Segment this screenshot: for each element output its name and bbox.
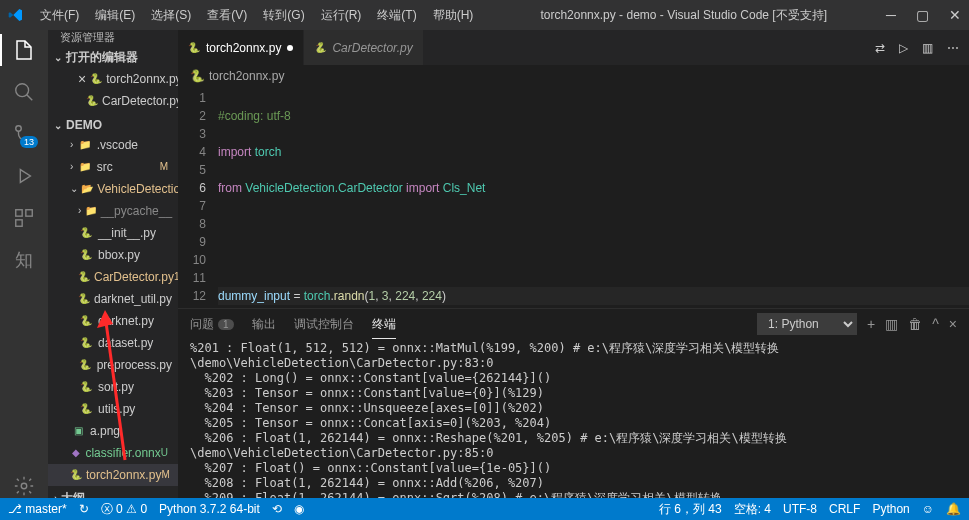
new-terminal-icon[interactable]: + <box>867 316 875 332</box>
status-encoding[interactable]: UTF-8 <box>783 502 817 516</box>
file-preprocess[interactable]: 🐍preprocess.py <box>48 354 178 376</box>
status-problems[interactable]: ⓧ 0 ⚠ 0 <box>101 501 147 518</box>
editor-area: 🐍 torch2onnx.py 🐍 CarDetector.py ⇄ ▷ ▥ ⋯… <box>178 30 969 498</box>
menu-edit[interactable]: 编辑(E) <box>87 0 143 30</box>
compare-icon[interactable]: ⇄ <box>875 41 885 55</box>
split-terminal-icon[interactable]: ▥ <box>885 316 898 332</box>
status-bell-icon[interactable]: 🔔 <box>946 502 961 516</box>
close-panel-icon[interactable]: × <box>949 316 957 332</box>
python-file-icon: 🐍 <box>190 69 205 83</box>
python-file-icon: 🐍 <box>314 42 326 53</box>
file-classifier-onnx[interactable]: ◆classifier.onnxU <box>48 442 178 464</box>
folder-src[interactable]: › 📁srcM <box>48 156 178 178</box>
open-editor-cardetector[interactable]: 🐍 CarDetector.py Vehicl... 1, M <box>48 90 178 112</box>
file-cardetector[interactable]: 🐍CarDetector.py1, M <box>48 266 178 288</box>
svg-point-0 <box>16 84 29 97</box>
file-apng[interactable]: ▣a.png <box>48 420 178 442</box>
file-init[interactable]: 🐍__init__.py <box>48 222 178 244</box>
python-file-icon: 🐍 <box>78 333 94 353</box>
folder-pycache[interactable]: › 📁__pycache__ <box>48 200 178 222</box>
status-eol[interactable]: CRLF <box>829 502 860 516</box>
menu-file[interactable]: 文件(F) <box>32 0 87 30</box>
menu-goto[interactable]: 转到(G) <box>255 0 312 30</box>
split-editor-icon[interactable]: ▥ <box>922 41 933 55</box>
file-sort[interactable]: 🐍sort.py <box>48 376 178 398</box>
line-gutter: 123456789101112131415 <box>178 87 218 308</box>
activity-search-icon[interactable] <box>12 80 36 104</box>
svg-rect-4 <box>26 210 32 216</box>
open-editor-torch2onnx[interactable]: × 🐍 torch2onnx.py M <box>48 68 178 90</box>
maximize-button[interactable]: ▢ <box>916 7 929 23</box>
status-lang[interactable]: Python <box>872 502 909 516</box>
minimize-button[interactable]: ─ <box>886 7 896 23</box>
more-icon[interactable]: ⋯ <box>947 41 959 55</box>
code-editor[interactable]: 123456789101112131415 #coding: utf-8 imp… <box>178 87 969 308</box>
status-share[interactable]: ⟲ <box>272 502 282 516</box>
file-utils[interactable]: 🐍utils.py <box>48 398 178 420</box>
folder-icon: 📁 <box>85 201 97 221</box>
outline-section[interactable]: ›大纲 <box>48 488 178 498</box>
code-content[interactable]: #coding: utf-8 import torch from Vehicle… <box>218 87 969 308</box>
python-file-icon: 🐍 <box>78 377 94 397</box>
activity-settings-icon[interactable] <box>12 474 36 498</box>
python-file-icon: 🐍 <box>78 245 94 265</box>
status-sync[interactable]: ↻ <box>79 502 89 516</box>
tab-cardetector[interactable]: 🐍 CarDetector.py <box>304 30 423 65</box>
file-darknet-util[interactable]: 🐍darknet_util.py <box>48 288 178 310</box>
title-bar: 文件(F) 编辑(E) 选择(S) 查看(V) 转到(G) 运行(R) 终端(T… <box>0 0 969 30</box>
activity-explorer-icon[interactable] <box>12 38 36 62</box>
breadcrumb[interactable]: 🐍 torch2onnx.py <box>178 65 969 87</box>
menu-select[interactable]: 选择(S) <box>143 0 199 30</box>
status-branch[interactable]: ⎇ master* <box>8 502 67 516</box>
panel-tab-debug[interactable]: 调试控制台 <box>294 316 354 333</box>
python-file-icon: 🐍 <box>78 311 94 331</box>
file-dataset[interactable]: 🐍dataset.py <box>48 332 178 354</box>
file-darknet[interactable]: 🐍darknet.py <box>48 310 178 332</box>
tab-torch2onnx[interactable]: 🐍 torch2onnx.py <box>178 30 304 65</box>
file-bbox[interactable]: 🐍bbox.py <box>48 244 178 266</box>
panel-tab-terminal[interactable]: 终端 <box>372 316 396 333</box>
menu-help[interactable]: 帮助(H) <box>425 0 482 30</box>
status-python[interactable]: Python 3.7.2 64-bit <box>159 502 260 516</box>
dirty-dot-icon <box>287 45 293 51</box>
activity-zhi-icon[interactable]: 知 <box>12 248 36 272</box>
status-feedback-icon[interactable]: ☺ <box>922 502 934 516</box>
panel-tab-problems[interactable]: 问题1 <box>190 316 234 333</box>
file-torch2onnx[interactable]: 🐍torch2onnx.pyM <box>48 464 178 486</box>
terminal-output[interactable]: %201 : Float(1, 512, 512) = onnx::MatMul… <box>178 339 969 498</box>
scm-badge: 13 <box>20 136 38 148</box>
folder-icon: 📁 <box>77 135 93 155</box>
kill-terminal-icon[interactable]: 🗑 <box>908 316 922 332</box>
chevron-down-icon: ⌄ <box>54 52 62 63</box>
status-spaces[interactable]: 空格: 4 <box>734 501 771 518</box>
close-button[interactable]: ✕ <box>949 7 961 23</box>
window-title: torch2onnx.py - demo - Visual Studio Cod… <box>481 7 886 24</box>
activity-extensions-icon[interactable] <box>12 206 36 230</box>
terminal-selector[interactable]: 1: Python <box>757 313 857 335</box>
close-icon[interactable]: × <box>78 69 86 89</box>
open-editors-section[interactable]: ⌄ 打开的编辑器 <box>48 47 178 68</box>
python-file-icon: 🐍 <box>78 399 94 419</box>
menu-bar: 文件(F) 编辑(E) 选择(S) 查看(V) 转到(G) 运行(R) 终端(T… <box>32 0 481 30</box>
run-icon[interactable]: ▷ <box>899 41 908 55</box>
python-file-icon: 🐍 <box>90 69 102 89</box>
folder-vscode[interactable]: › 📁.vscode <box>48 134 178 156</box>
activity-scm-icon[interactable]: 13 <box>12 122 36 146</box>
python-file-icon: 🐍 <box>70 465 82 485</box>
menu-run[interactable]: 运行(R) <box>313 0 370 30</box>
menu-terminal[interactable]: 终端(T) <box>369 0 424 30</box>
activity-bar: 13 知 <box>0 30 48 498</box>
chevron-down-icon: ⌄ <box>54 120 62 131</box>
sidebar-title: 资源管理器 <box>48 30 178 45</box>
editor-tabs: 🐍 torch2onnx.py 🐍 CarDetector.py ⇄ ▷ ▥ ⋯ <box>178 30 969 65</box>
status-ln-col[interactable]: 行 6，列 43 <box>659 501 722 518</box>
folder-vehicledetection[interactable]: ⌄ 📂VehicleDetection <box>48 178 178 200</box>
status-radio[interactable]: ◉ <box>294 502 304 516</box>
svg-rect-5 <box>16 220 22 226</box>
maximize-panel-icon[interactable]: ^ <box>932 316 939 332</box>
activity-debug-icon[interactable] <box>12 164 36 188</box>
folder-demo[interactable]: ⌄ DEMO <box>48 116 178 134</box>
panel-tab-output[interactable]: 输出 <box>252 316 276 333</box>
image-file-icon: ▣ <box>70 421 86 441</box>
menu-view[interactable]: 查看(V) <box>199 0 255 30</box>
